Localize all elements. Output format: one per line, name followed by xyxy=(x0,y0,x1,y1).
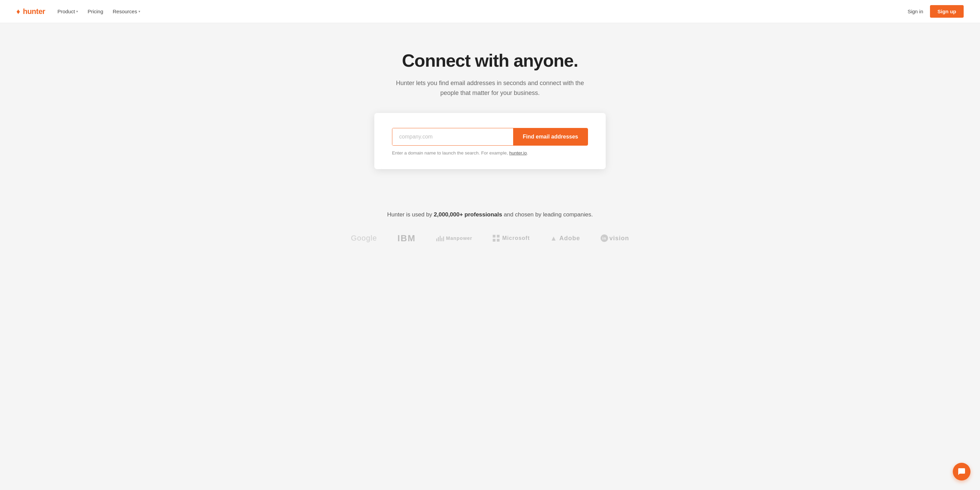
nav-link-product[interactable]: Product ▾ xyxy=(57,8,78,14)
manpower-label: Manpower xyxy=(446,235,472,241)
nav-item-pricing[interactable]: Pricing xyxy=(88,8,103,14)
invision-label: vision xyxy=(609,235,629,242)
logo-microsoft: Microsoft xyxy=(493,235,530,242)
social-proof-text: Hunter is used by 2,000,000+ professiona… xyxy=(387,211,593,218)
social-proof-section: Hunter is used by 2,000,000+ professiona… xyxy=(0,189,980,250)
search-card: Find email addresses Enter a domain name… xyxy=(374,113,606,169)
logo-manpower: Manpower xyxy=(436,235,472,241)
microsoft-grid-icon xyxy=(493,235,500,242)
search-hint: Enter a domain name to launch the search… xyxy=(392,150,588,156)
logo-ibm: IBM xyxy=(398,233,416,243)
find-email-button[interactable]: Find email addresses xyxy=(513,128,588,145)
search-hint-link[interactable]: hunter.io xyxy=(509,150,527,156)
hero-section: Connect with anyone. Hunter lets you fin… xyxy=(0,23,980,189)
nav-link-resources[interactable]: Resources ▾ xyxy=(113,8,140,14)
navbar: ♦ hunter Product ▾ Pricing Resources ▾ xyxy=(0,0,980,23)
nav-links: Product ▾ Pricing Resources ▾ xyxy=(57,8,140,14)
manpower-bars-icon xyxy=(436,235,444,241)
hunter-logo-icon: ♦ xyxy=(16,7,20,16)
logo-text: hunter xyxy=(23,7,45,16)
hero-title: Connect with anyone. xyxy=(402,50,578,71)
nav-link-pricing[interactable]: Pricing xyxy=(88,8,103,14)
navbar-left: ♦ hunter Product ▾ Pricing Resources ▾ xyxy=(16,7,140,16)
nav-item-product[interactable]: Product ▾ xyxy=(57,8,78,14)
search-input[interactable] xyxy=(392,128,513,145)
adobe-label: Adobe xyxy=(559,235,580,242)
logo-google: Google xyxy=(351,234,377,243)
microsoft-label: Microsoft xyxy=(502,235,530,241)
nav-item-resources[interactable]: Resources ▾ xyxy=(113,8,140,14)
navbar-right: Sign in Sign up xyxy=(907,5,964,18)
logo-invision: in vision xyxy=(601,234,629,242)
logos-row: Google IBM Manpower Microsoft xyxy=(351,233,629,243)
logo[interactable]: ♦ hunter xyxy=(16,7,45,16)
sign-up-button[interactable]: Sign up xyxy=(930,5,964,18)
invision-circle-icon: in xyxy=(601,234,608,242)
adobe-icon: ▲ xyxy=(550,234,557,242)
hero-subtitle: Hunter lets you find email addresses in … xyxy=(395,78,585,98)
logo-adobe: ▲ Adobe xyxy=(550,234,580,242)
sign-in-link[interactable]: Sign in xyxy=(907,8,923,14)
search-form: Find email addresses xyxy=(392,128,588,146)
chevron-down-icon: ▾ xyxy=(138,10,140,13)
chevron-down-icon: ▾ xyxy=(76,10,78,13)
